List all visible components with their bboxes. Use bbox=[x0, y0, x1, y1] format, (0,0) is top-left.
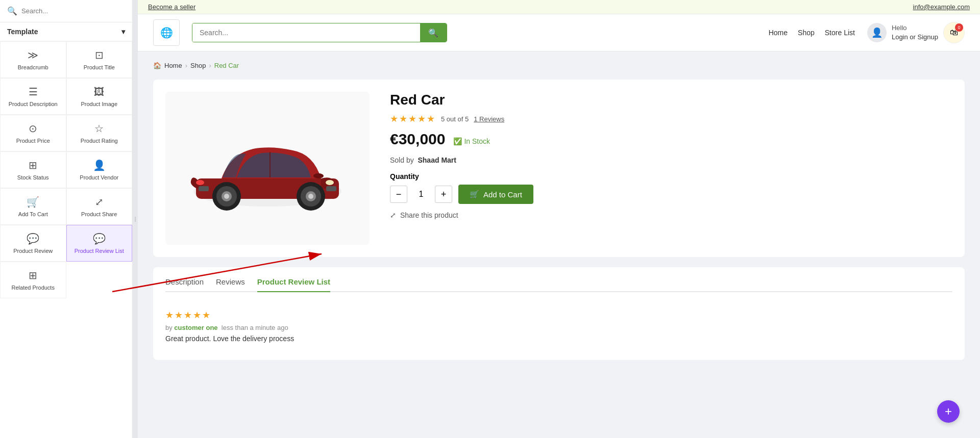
in-stock-badge: ✅ In Stock bbox=[453, 137, 490, 145]
add-to-cart-button[interactable]: 🛒 Add to Cart bbox=[458, 185, 533, 204]
user-text: Hello Login or Signup bbox=[892, 23, 938, 42]
sidebar-item-product-share[interactable]: ⤢ Product Share bbox=[66, 188, 133, 225]
sidebar-section-header: Template ▾ bbox=[0, 22, 132, 41]
sidebar-icon-product-vendor: 👤 bbox=[93, 159, 106, 171]
svg-point-11 bbox=[224, 194, 229, 199]
reviews-count-link[interactable]: 1 Reviews bbox=[474, 115, 504, 123]
resize-handle[interactable]: | bbox=[133, 0, 138, 438]
vendor-name: Shaad Mart bbox=[418, 156, 456, 164]
sidebar-label-related-products: Related Products bbox=[12, 285, 55, 291]
sidebar-label-product-review-list: Product Review List bbox=[75, 248, 124, 254]
logo[interactable]: 🌐 bbox=[153, 19, 180, 46]
review-text: Great product. Love the delivery process bbox=[165, 334, 952, 343]
sidebar-item-product-vendor[interactable]: 👤 Product Vendor bbox=[66, 151, 133, 188]
sidebar-item-add-to-cart[interactable]: 🛒 Add To Cart bbox=[0, 188, 66, 225]
search-input[interactable] bbox=[192, 23, 420, 42]
sidebar-search-area[interactable]: 🔍 bbox=[0, 0, 132, 22]
sold-by-label: Sold by bbox=[390, 156, 414, 164]
breadcrumb-shop[interactable]: Shop bbox=[190, 62, 206, 69]
sidebar-icon-add-to-cart: 🛒 bbox=[27, 196, 39, 208]
sidebar-icon-product-rating: ☆ bbox=[94, 122, 104, 135]
sidebar-icon-product-share: ⤢ bbox=[95, 196, 104, 208]
review-time: less than a minute ago bbox=[222, 324, 288, 331]
svg-point-3 bbox=[313, 173, 324, 178]
quantity-plus-button[interactable]: + bbox=[435, 186, 452, 203]
cart-badge: 0 bbox=[955, 23, 963, 32]
tab-product-review-list[interactable]: Product Review List bbox=[257, 277, 330, 292]
logo-icon: 🌐 bbox=[160, 27, 173, 39]
nav-links: HomeShopStore List bbox=[769, 29, 855, 37]
sidebar-item-product-title[interactable]: ⊡ Product Title bbox=[66, 41, 133, 78]
share-icon: ⤢ bbox=[390, 211, 396, 219]
home-icon: 🏠 bbox=[153, 62, 161, 69]
sidebar-label-product-description: Product Description bbox=[9, 101, 58, 107]
review-stars: ★★★★★ bbox=[165, 310, 952, 321]
sidebar-icon-breadcrumb: ≫ bbox=[28, 49, 38, 61]
sidebar-label-product-share: Product Share bbox=[81, 211, 117, 217]
user-greeting: Hello bbox=[892, 23, 938, 33]
sidebar-label-stock-status: Stock Status bbox=[17, 174, 49, 181]
product-title: Red Car bbox=[390, 92, 952, 108]
check-icon: ✅ bbox=[453, 137, 462, 145]
product-stars: ★★★★★ bbox=[390, 113, 436, 124]
cart-icon-wrap[interactable]: 🛍 0 bbox=[943, 22, 965, 43]
page-content: 🏠 Home › Shop › Red Car bbox=[138, 51, 980, 438]
breadcrumb: 🏠 Home › Shop › Red Car bbox=[153, 62, 965, 69]
sidebar-items-grid: ≫ Breadcrumb ⊡ Product Title ☰ Product D… bbox=[0, 41, 132, 298]
search-bar[interactable]: 🔍 bbox=[192, 23, 447, 42]
collapse-icon[interactable]: ▾ bbox=[121, 28, 125, 36]
sidebar-item-product-review-list[interactable]: 💬 Product Review List bbox=[66, 225, 133, 262]
breadcrumb-home[interactable]: Home bbox=[164, 62, 182, 69]
svg-rect-15 bbox=[199, 186, 209, 191]
nav-link-store-list[interactable]: Store List bbox=[825, 29, 855, 37]
car-image-svg bbox=[181, 117, 354, 219]
sidebar-icon-product-title: ⊡ bbox=[95, 49, 104, 61]
topbar: Become a seller info@example.com bbox=[138, 0, 980, 14]
sidebar-icon-product-review-list: 💬 bbox=[93, 233, 106, 245]
sidebar-search-input[interactable] bbox=[21, 7, 125, 15]
share-product[interactable]: ⤢ Share this product bbox=[390, 211, 952, 219]
sidebar-label-add-to-cart: Add To Cart bbox=[18, 211, 48, 217]
fab-button[interactable]: + bbox=[937, 400, 960, 423]
navbar: 🌐 🔍 HomeShopStore List 👤 Hello Login or … bbox=[138, 14, 980, 51]
sold-by: Sold by Shaad Mart bbox=[390, 156, 952, 164]
sidebar-item-product-review[interactable]: 💬 Product Review bbox=[0, 225, 66, 262]
sidebar-item-breadcrumb[interactable]: ≫ Breadcrumb bbox=[0, 41, 66, 78]
quantity-minus-button[interactable]: − bbox=[390, 186, 407, 203]
sidebar-icon-stock-status: ⊞ bbox=[29, 159, 37, 171]
review-meta: by customer one less than a minute ago bbox=[165, 324, 952, 331]
sidebar-label-product-title: Product Title bbox=[84, 64, 115, 70]
review-item: ★★★★★ by customer one less than a minute… bbox=[165, 302, 952, 350]
sidebar-label-breadcrumb: Breadcrumb bbox=[18, 64, 48, 70]
nav-link-shop[interactable]: Shop bbox=[798, 29, 815, 37]
tab-reviews[interactable]: Reviews bbox=[216, 277, 245, 292]
sidebar-item-stock-status[interactable]: ⊞ Stock Status bbox=[0, 151, 66, 188]
tab-description[interactable]: Description bbox=[165, 277, 204, 292]
sidebar-icon-product-image: 🖼 bbox=[94, 86, 104, 98]
sidebar-item-product-rating[interactable]: ☆ Product Rating bbox=[66, 115, 133, 151]
nav-link-home[interactable]: Home bbox=[769, 29, 788, 37]
tabs-section: DescriptionReviewsProduct Review List ★★… bbox=[153, 267, 965, 360]
sidebar-item-product-description[interactable]: ☰ Product Description bbox=[0, 78, 66, 115]
product-rating-row: ★★★★★ 5 out of 5 1 Reviews bbox=[390, 113, 952, 124]
svg-point-13 bbox=[196, 180, 204, 185]
sidebar-icon-product-price: ⊙ bbox=[29, 122, 37, 135]
login-signup-link[interactable]: Login or Signup bbox=[892, 33, 938, 41]
svg-point-7 bbox=[308, 194, 313, 199]
svg-rect-14 bbox=[326, 186, 336, 191]
search-button[interactable]: 🔍 bbox=[420, 23, 447, 42]
sidebar-icon-product-review: 💬 bbox=[27, 233, 39, 245]
sidebar-item-related-products[interactable]: ⊞ Related Products bbox=[0, 262, 66, 298]
product-info: Red Car ★★★★★ 5 out of 5 1 Reviews €30,0… bbox=[390, 92, 952, 245]
become-seller-link[interactable]: Become a seller bbox=[148, 3, 195, 11]
quantity-label: Quantity bbox=[390, 172, 952, 181]
product-image-wrap bbox=[165, 92, 370, 245]
sidebar: 🔍 Template ▾ ≫ Breadcrumb ⊡ Product Titl… bbox=[0, 0, 133, 438]
reviewer-name: customer one bbox=[174, 324, 217, 331]
cart-btn-icon: 🛒 bbox=[470, 190, 479, 199]
product-image bbox=[176, 102, 359, 235]
contact-email-link[interactable]: info@example.com bbox=[913, 3, 970, 11]
sidebar-label-product-price: Product Price bbox=[16, 138, 50, 144]
sidebar-item-product-image[interactable]: 🖼 Product Image bbox=[66, 78, 133, 115]
sidebar-item-product-price[interactable]: ⊙ Product Price bbox=[0, 115, 66, 151]
